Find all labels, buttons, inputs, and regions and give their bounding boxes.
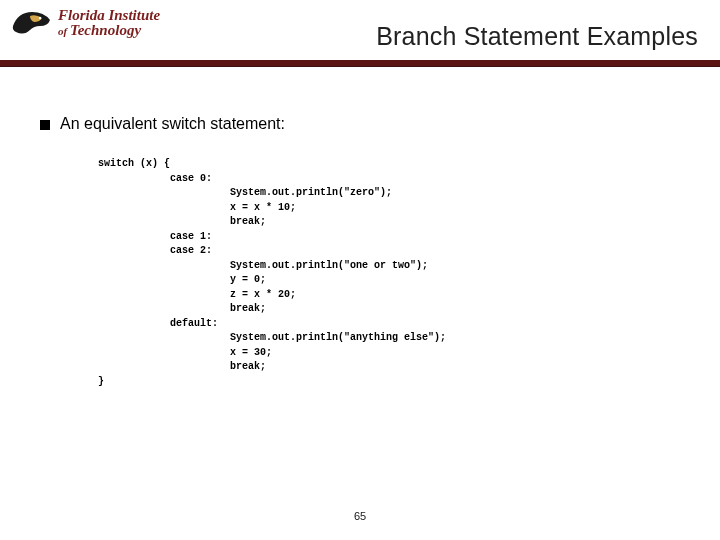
institution-name: Florida Institute of Technology <box>58 8 160 38</box>
bullet-text: An equivalent switch statement: <box>60 115 285 133</box>
institution-line2: of Technology <box>58 23 160 38</box>
svg-point-0 <box>39 17 41 19</box>
bullet-item: An equivalent switch statement: <box>40 115 680 133</box>
square-bullet-icon <box>40 120 50 130</box>
code-block: switch (x) { case 0: System.out.println(… <box>98 157 680 389</box>
content-area: An equivalent switch statement: switch (… <box>40 115 680 389</box>
institution-line1: Florida Institute <box>58 8 160 23</box>
panther-icon <box>10 6 54 40</box>
slide-header: Florida Institute of Technology Branch S… <box>0 0 720 60</box>
logo-area: Florida Institute of Technology <box>10 6 160 40</box>
title-divider <box>0 60 720 67</box>
slide-title: Branch Statement Examples <box>376 22 698 51</box>
page-number: 65 <box>0 510 720 522</box>
